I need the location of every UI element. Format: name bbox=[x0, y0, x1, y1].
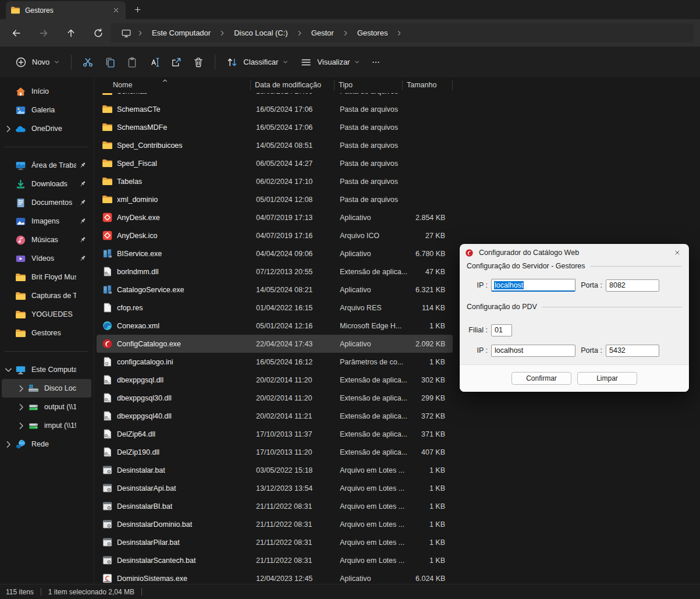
column-header-date[interactable]: Data de modificação bbox=[255, 77, 321, 93]
file-row[interactable]: Schemas 16/05/2024 17:06 Pasta de arquiv… bbox=[97, 93, 453, 100]
sidebar-item[interactable]: Vídeos bbox=[2, 249, 91, 268]
configurador-dialog: Configurador do Catálogo Web Configuraçã… bbox=[460, 244, 689, 392]
file-row[interactable]: configcatalogo.ini 16/05/2024 16:12 Parâ… bbox=[97, 353, 453, 371]
sidebar-item[interactable]: Galeria bbox=[2, 101, 91, 119]
more-options-button[interactable] bbox=[366, 52, 386, 72]
file-row[interactable]: BIService.exe 04/04/2024 09:06 Aplicativ… bbox=[97, 244, 453, 263]
file-row[interactable]: cfop.res 01/04/2022 16:15 Arquivo RES 11… bbox=[97, 299, 453, 317]
file-row[interactable]: ConfigCatalogo.exe 22/04/2024 17:43 Apli… bbox=[97, 335, 453, 353]
back-icon[interactable] bbox=[7, 24, 26, 42]
file-row[interactable]: SchemasCTe 16/05/2024 17:06 Pasta de arq… bbox=[97, 100, 453, 118]
share-button[interactable] bbox=[165, 52, 187, 72]
file-row[interactable]: Sped_Contribuicoes 14/05/2024 08:51 Past… bbox=[97, 136, 453, 154]
clear-button[interactable]: Limpar bbox=[577, 372, 637, 385]
chevron-icon[interactable] bbox=[3, 124, 13, 134]
new-tab-icon[interactable] bbox=[133, 5, 143, 15]
file-row[interactable]: DesinstalarApi.bat 13/12/2023 13:54 Arqu… bbox=[97, 479, 453, 497]
file-row[interactable]: SchemasMDFe 16/05/2024 17:06 Pasta de ar… bbox=[97, 118, 453, 136]
breadcrumb-item[interactable]: Gestor bbox=[291, 27, 337, 39]
forward-icon[interactable] bbox=[34, 24, 53, 42]
column-resize-handle[interactable] bbox=[452, 80, 453, 90]
file-row[interactable]: dbexppgsql.dll 20/02/2014 11:20 Extensão… bbox=[97, 371, 453, 389]
file-row[interactable]: DominioSistemas.exe 12/04/2023 12:45 Apl… bbox=[97, 569, 453, 584]
address-bar[interactable]: Este Computador Disco Local (C:) Gestor … bbox=[111, 23, 694, 42]
column-resize-handle[interactable] bbox=[402, 80, 403, 90]
sidebar-item[interactable]: Documentos bbox=[2, 193, 91, 212]
sidebar-item[interactable]: Gestores bbox=[2, 324, 91, 342]
sidebar-item[interactable]: Início bbox=[2, 82, 91, 101]
file-row[interactable]: DesinstalarPilar.bat 21/11/2022 08:31 Ar… bbox=[97, 533, 453, 551]
sidebar-item[interactable]: Disco Local (C:) bbox=[2, 379, 91, 398]
cut-button[interactable] bbox=[77, 52, 99, 72]
close-tab-icon[interactable] bbox=[111, 5, 121, 15]
file-row[interactable]: Sped_Fiscal 06/05/2024 14:27 Pasta de ar… bbox=[97, 154, 453, 172]
file-row[interactable]: dbexppgsql40.dll 20/02/2014 11:21 Extens… bbox=[97, 407, 453, 425]
file-row[interactable]: dbexppgsql30.dll 20/02/2014 11:20 Extens… bbox=[97, 389, 453, 407]
file-row[interactable]: DesinstalarBI.bat 21/11/2022 08:31 Arqui… bbox=[97, 497, 453, 515]
sidebar-item[interactable]: Este Computador bbox=[2, 360, 91, 379]
confirm-button[interactable]: Confirmar bbox=[511, 372, 571, 385]
chevron-icon[interactable] bbox=[16, 421, 26, 431]
file-row[interactable]: AnyDesk.exe 04/07/2019 17:13 Aplicativo … bbox=[97, 208, 453, 226]
sidebar-item-label: Downloads bbox=[31, 180, 76, 188]
dialog-close-icon[interactable] bbox=[671, 246, 684, 259]
file-row[interactable]: AnyDesk.ico 04/07/2019 17:16 Arquivo ICO… bbox=[97, 226, 453, 244]
sidebar-item[interactable]: YOGUEDES bbox=[2, 305, 91, 324]
delete-button[interactable] bbox=[187, 52, 209, 72]
sidebar-item[interactable]: output (\\192.168 bbox=[2, 398, 91, 416]
file-name: DesinstalarPilar.bat bbox=[117, 538, 256, 547]
sidebar-item[interactable]: Área de Trabalho bbox=[2, 156, 91, 175]
column-resize-handle[interactable] bbox=[250, 80, 251, 90]
explorer-tab[interactable]: Gestores bbox=[6, 1, 126, 19]
filial-field[interactable] bbox=[491, 324, 512, 336]
file-row[interactable]: DesinstalarScantech.bat 21/11/2022 08:31… bbox=[97, 551, 453, 569]
up-icon[interactable] bbox=[62, 24, 80, 42]
file-name: SchemasCTe bbox=[117, 105, 256, 114]
chevron-icon[interactable] bbox=[16, 384, 26, 394]
view-button[interactable]: Visualizar bbox=[294, 53, 366, 72]
refresh-icon[interactable] bbox=[89, 24, 108, 42]
file-row[interactable]: DesinstalarDominio.bat 21/11/2022 08:31 … bbox=[97, 515, 453, 533]
sidebar-item[interactable]: OneDrive bbox=[2, 119, 91, 138]
sort-button[interactable]: Classificar bbox=[221, 53, 294, 72]
chevron-icon[interactable] bbox=[3, 439, 13, 449]
copy-button[interactable] bbox=[99, 52, 121, 72]
file-size: 1 KB bbox=[415, 358, 453, 366]
dialog-titlebar[interactable]: Configurador do Catálogo Web bbox=[460, 244, 689, 261]
breadcrumb-item[interactable]: Gestores bbox=[337, 27, 391, 39]
file-date: 05/01/2024 12:16 bbox=[256, 322, 340, 330]
sidebar-item[interactable]: Imagens bbox=[2, 212, 91, 231]
sidebar-item[interactable]: Brit Floyd Music bbox=[2, 268, 91, 286]
file-row[interactable]: DelZip64.dll 17/10/2013 11:37 Extensão d… bbox=[97, 425, 453, 443]
chevron-icon[interactable] bbox=[3, 365, 13, 375]
file-row[interactable]: Conexao.xml 05/01/2024 12:16 Microsoft E… bbox=[97, 317, 453, 335]
column-resize-handle[interactable] bbox=[334, 80, 335, 90]
file-row[interactable]: Tabelas 06/02/2024 17:10 Pasta de arquiv… bbox=[97, 172, 453, 190]
sidebar-item[interactable]: Rede bbox=[2, 435, 91, 453]
bat-icon bbox=[102, 555, 113, 566]
chevron-icon[interactable] bbox=[16, 402, 26, 412]
column-header-size[interactable]: Tamanho bbox=[407, 77, 436, 93]
file-row[interactable]: Desinstalar.bat 03/05/2022 15:18 Arquivo… bbox=[97, 461, 453, 479]
server-porta-field[interactable] bbox=[606, 279, 659, 292]
sidebar-item[interactable]: imput (\\192.168.0 bbox=[2, 416, 91, 435]
paste-button[interactable] bbox=[121, 52, 143, 72]
file-row[interactable]: borlndmm.dll 07/12/2013 20:55 Extensão d… bbox=[97, 263, 453, 281]
sidebar-item[interactable]: Downloads bbox=[2, 175, 91, 193]
pdv-porta-field[interactable] bbox=[606, 345, 659, 357]
column-header-name[interactable]: Nome bbox=[113, 77, 132, 93]
server-ip-field[interactable]: localhost bbox=[491, 279, 575, 292]
rename-button[interactable] bbox=[143, 52, 165, 72]
breadcrumb-item[interactable]: Este Computador bbox=[132, 27, 214, 39]
file-row[interactable]: xml_dominio 05/01/2024 12:08 Pasta de ar… bbox=[97, 190, 453, 208]
file-row[interactable]: DelZip190.dll 17/10/2013 11:20 Extensão … bbox=[97, 443, 453, 461]
sidebar-item[interactable]: Músicas bbox=[2, 231, 91, 249]
file-name: dbexppgsql30.dll bbox=[117, 394, 256, 402]
breadcrumb-item[interactable]: Disco Local (C:) bbox=[214, 27, 290, 39]
sidebar-item[interactable]: Capturas de Tela bbox=[2, 286, 91, 305]
new-button[interactable]: Novo bbox=[9, 53, 66, 72]
file-row[interactable]: CatalogoService.exe 14/05/2024 08:21 Apl… bbox=[97, 281, 453, 299]
pdv-ip-field[interactable] bbox=[491, 345, 575, 357]
column-header-type[interactable]: Tipo bbox=[339, 77, 353, 93]
file-type: Arquivo RES bbox=[340, 304, 415, 312]
